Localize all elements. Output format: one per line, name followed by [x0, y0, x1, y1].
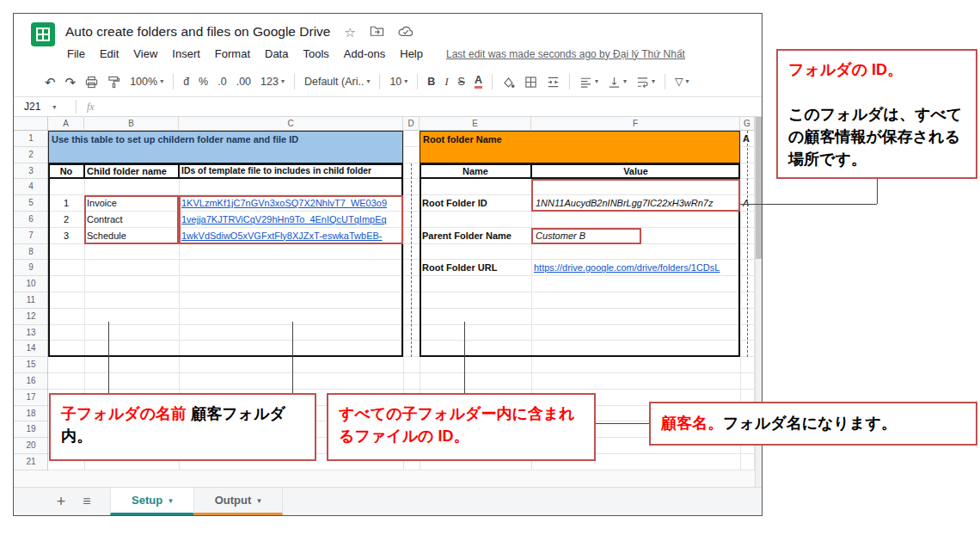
font-size-select[interactable]: 10▾ — [389, 77, 407, 88]
cell-A5[interactable]: 1 — [48, 195, 84, 212]
row-header-11[interactable]: 11 — [14, 292, 48, 309]
row-header-4[interactable]: 4 — [14, 179, 48, 195]
cloud-saved-icon — [398, 25, 413, 39]
cell-F7[interactable]: Customer B — [531, 228, 740, 244]
cell-E7[interactable]: Parent Folder Name — [420, 228, 531, 244]
row-header-21[interactable]: 21 — [14, 454, 48, 470]
cell-G1-partial[interactable]: A — [740, 131, 754, 147]
cell-B3[interactable]: Child folder name — [84, 163, 179, 180]
font-select[interactable]: Default (Ari..▾ — [304, 77, 370, 88]
row-header-16[interactable]: 16 — [14, 373, 48, 390]
menu-item-data[interactable]: Data — [265, 47, 288, 60]
filter-icon[interactable]: ▽▾ — [675, 77, 689, 88]
all-sheets-icon[interactable]: ≡ — [74, 488, 100, 515]
last-edit-link[interactable]: Last edit was made seconds ago by Đại lý… — [446, 48, 685, 60]
print-icon[interactable] — [85, 76, 98, 89]
row-header-12[interactable]: 12 — [14, 309, 48, 325]
row-header-9[interactable]: 9 — [14, 260, 48, 276]
cell-E9[interactable]: Root Folder URL — [420, 260, 531, 276]
scrollbar-thumb[interactable] — [756, 117, 762, 259]
col-header-E[interactable]: E — [420, 117, 531, 131]
italic-button[interactable]: I — [444, 77, 448, 88]
cell-C5-link[interactable]: 1KVLzmKf1jC7nGVn3xoSQ7X2NhlvT7_WE03o9 — [179, 195, 403, 212]
paint-format-icon[interactable] — [107, 76, 120, 89]
row-header-13[interactable]: 13 — [14, 325, 48, 341]
document-title[interactable]: Auto create folders and files on Google … — [65, 24, 330, 40]
row-header-18[interactable]: 18 — [14, 406, 48, 422]
cell-F9-link[interactable]: https://drive.google.com/drive/folders/1… — [531, 260, 740, 276]
cell-A6[interactable]: 2 — [48, 212, 84, 228]
row-header-7[interactable]: 7 — [14, 228, 48, 244]
undo-icon[interactable]: ↶ — [45, 76, 56, 89]
cell-C3[interactable]: IDs of template file to includes in chil… — [179, 163, 403, 180]
cell-A3[interactable]: No — [48, 163, 84, 180]
zoom-select[interactable]: 100%▾ — [130, 77, 163, 88]
move-to-folder-icon[interactable] — [370, 25, 384, 39]
row-header-17[interactable]: 17 — [14, 390, 48, 406]
col-header-G[interactable]: G — [740, 117, 755, 131]
bold-button[interactable]: B — [427, 77, 435, 88]
menu-item-file[interactable]: File — [67, 47, 85, 60]
cell-B5[interactable]: Invoice — [84, 195, 179, 212]
star-icon[interactable]: ☆ — [344, 26, 355, 39]
right-table-banner[interactable]: Root folder Name — [420, 131, 740, 163]
more-formats-button[interactable]: 123▾ — [260, 77, 285, 88]
horizontal-align-icon[interactable]: ▾ — [579, 76, 598, 89]
menu-item-view[interactable]: View — [133, 47, 157, 60]
row-header-10[interactable]: 10 — [14, 276, 48, 292]
callout-line-file-ids — [292, 322, 293, 393]
add-sheet-button[interactable]: + — [48, 488, 74, 515]
row-header-19[interactable]: 19 — [14, 421, 48, 438]
cell-C7-link[interactable]: 1wkVdSdiwO5xVGFxtFly8XJZxT-eswkaTwbEB- — [179, 228, 403, 244]
increase-decimal-button[interactable]: .00 — [236, 77, 251, 88]
fill-color-icon[interactable] — [502, 76, 515, 89]
percent-format-button[interactable]: % — [199, 77, 208, 88]
row-header-15[interactable]: 15 — [14, 357, 48, 373]
sheet-tab-setup[interactable]: Setup▾ — [110, 488, 194, 515]
cell-F3[interactable]: Value — [531, 163, 740, 180]
col-header-D[interactable]: D — [403, 117, 420, 131]
row-header-14[interactable]: 14 — [14, 341, 48, 357]
currency-format-button[interactable]: đ — [183, 77, 189, 88]
borders-icon[interactable] — [524, 76, 537, 89]
menu-item-format[interactable]: Format — [215, 47, 250, 60]
row-header-2[interactable]: 2 — [14, 147, 48, 163]
callout-line-folderid-h — [740, 204, 877, 205]
menu-item-insert[interactable]: Insert — [172, 47, 200, 60]
cell-B7[interactable]: Schedule — [84, 228, 179, 244]
row-header-6[interactable]: 6 — [14, 212, 48, 228]
decrease-decimal-button[interactable]: .0 — [217, 77, 226, 88]
row-header-3[interactable]: 3 — [14, 163, 48, 180]
row-header-8[interactable]: 8 — [14, 244, 48, 261]
col-header-C[interactable]: C — [179, 117, 403, 131]
menu-item-help[interactable]: Help — [400, 47, 423, 60]
vertical-align-icon[interactable]: ▾ — [608, 76, 627, 89]
annotation-folder-id: フォルダの ID。 このフォルダは、すべての顧客情報が保存される場所です。 — [776, 49, 977, 179]
strikethrough-button[interactable]: S — [458, 77, 465, 88]
select-all-corner[interactable] — [14, 117, 48, 131]
name-box[interactable]: J21▾ — [14, 101, 76, 113]
text-color-button[interactable]: A — [475, 75, 482, 89]
col-header-B[interactable]: B — [84, 117, 179, 131]
merge-cells-icon[interactable] — [547, 76, 560, 89]
col-header-F[interactable]: F — [531, 117, 740, 131]
cell-C6-link[interactable]: 1vejja7KJTRViCqV29hHn9To_4EnIQcUTqImpEq — [179, 212, 403, 228]
cell-A7[interactable]: 3 — [48, 228, 84, 244]
callout-line-child-names — [108, 322, 109, 393]
redo-icon[interactable]: ↷ — [65, 76, 77, 89]
cell-E3[interactable]: Name — [420, 163, 531, 180]
menu-bar: FileEditViewInsertFormatDataToolsAdd-ons… — [67, 47, 423, 60]
menu-item-addons[interactable]: Add-ons — [344, 47, 385, 60]
text-wrap-icon[interactable]: ▾ — [636, 76, 655, 89]
sheet-tab-output[interactable]: Output▾ — [194, 488, 283, 515]
left-table-banner[interactable]: Use this table to set up childern folder… — [48, 131, 403, 163]
row-header-1[interactable]: 1 — [14, 131, 48, 147]
row-header-5[interactable]: 5 — [14, 195, 48, 212]
col-header-A[interactable]: A — [48, 117, 84, 131]
menu-item-tools[interactable]: Tools — [303, 47, 328, 60]
menu-item-edit[interactable]: Edit — [100, 47, 119, 60]
cell-E5[interactable]: Root Folder ID — [420, 195, 531, 212]
row-header-20[interactable]: 20 — [14, 438, 48, 454]
cell-B6[interactable]: Contract — [84, 212, 179, 228]
cell-F5[interactable]: 1NN11AucydB2nINBrLgg7IC22xH3wRn7z — [531, 195, 740, 212]
